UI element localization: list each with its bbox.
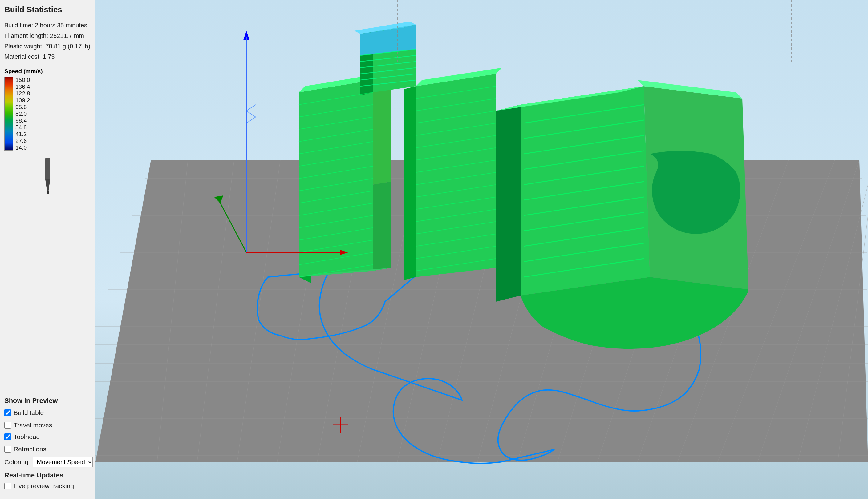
viewport[interactable]: Preview Mode (96, 0, 868, 499)
filament-length-value: 26211.7 mm (50, 32, 84, 39)
speed-legend-title: Speed (mm/s) (4, 68, 43, 75)
travel-moves-checkbox[interactable] (4, 422, 11, 428)
material-cost-label: Material cost: (4, 53, 41, 60)
svg-marker-44 (373, 182, 391, 271)
live-preview-checkbox[interactable] (4, 483, 11, 489)
filament-length-label: Filament length: (4, 32, 48, 39)
svg-marker-1 (45, 180, 50, 192)
right-object (496, 80, 748, 349)
toolhead-checkbox-item[interactable]: Toolhead (4, 433, 40, 440)
svg-rect-0 (45, 158, 50, 180)
retractions-label: Retractions (14, 446, 46, 453)
realtime-title: Real-time Updates (4, 471, 91, 479)
travel-moves-label: Travel moves (14, 422, 52, 429)
panel-title: Build Statistics (4, 5, 91, 14)
svg-marker-43 (373, 77, 391, 185)
travel-moves-checkbox-item[interactable]: Travel moves (4, 422, 52, 429)
material-cost-value: 1.73 (43, 53, 55, 60)
live-preview-checkbox-item[interactable]: Live preview tracking (4, 482, 74, 490)
build-table-checkbox-item[interactable]: Build table (4, 409, 44, 416)
show-in-preview-title: Show in Preview (4, 397, 91, 405)
plastic-weight: Plastic weight: 78.81 g (0.17 lb) (4, 41, 91, 51)
svg-marker-47 (403, 86, 416, 280)
plastic-weight-value: 78.81 g (0.17 lb) (45, 43, 90, 50)
retractions-checkbox[interactable] (4, 446, 11, 452)
3d-scene-svg (96, 0, 868, 499)
build-time-label: Build time: (4, 22, 33, 29)
svg-marker-50 (496, 105, 520, 302)
plastic-weight-label: Plastic weight: (4, 43, 44, 50)
retractions-checkbox-item[interactable]: Retractions (4, 446, 46, 453)
build-table-checkbox[interactable] (4, 410, 11, 416)
nozzle-icon (4, 158, 91, 195)
svg-rect-2 (47, 191, 49, 194)
left-panel: Build Statistics Build time: 2 hours 35 … (0, 0, 96, 499)
build-table-label: Build table (14, 409, 44, 416)
coloring-row: Coloring Movement Speed Feature Type Lay… (4, 457, 91, 467)
toolhead-label: Toolhead (14, 433, 40, 440)
coloring-select[interactable]: Movement Speed Feature Type Layer Height… (33, 457, 93, 467)
toolhead-checkbox[interactable] (4, 434, 11, 440)
checkbox-row-3: Live preview tracking (4, 482, 91, 490)
build-statistics: Build time: 2 hours 35 minutes Filament … (4, 20, 91, 62)
material-cost: Material cost: 1.73 (4, 51, 91, 62)
center-column (354, 22, 416, 95)
live-preview-label: Live preview tracking (14, 482, 74, 490)
checkbox-row-2: Toolhead Retractions (4, 433, 91, 453)
checkbox-row-1: Build table Travel moves (4, 409, 91, 429)
speed-labels: 150.0 136.4 122.8 109.2 95.6 82.0 68.4 5… (15, 77, 30, 150)
bottom-controls-section: Show in Preview Build table Travel moves… (4, 397, 91, 494)
build-time: Build time: 2 hours 35 minutes (4, 20, 91, 31)
svg-marker-41 (299, 80, 373, 277)
speed-gradient-bar (4, 77, 13, 150)
coloring-label: Coloring (4, 458, 28, 466)
build-time-value: 2 hours 35 minutes (35, 22, 87, 29)
filament-length: Filament length: 26211.7 mm (4, 31, 91, 41)
speed-legend: Speed (mm/s) 150.0 136.4 122.8 109.2 95.… (4, 68, 91, 150)
